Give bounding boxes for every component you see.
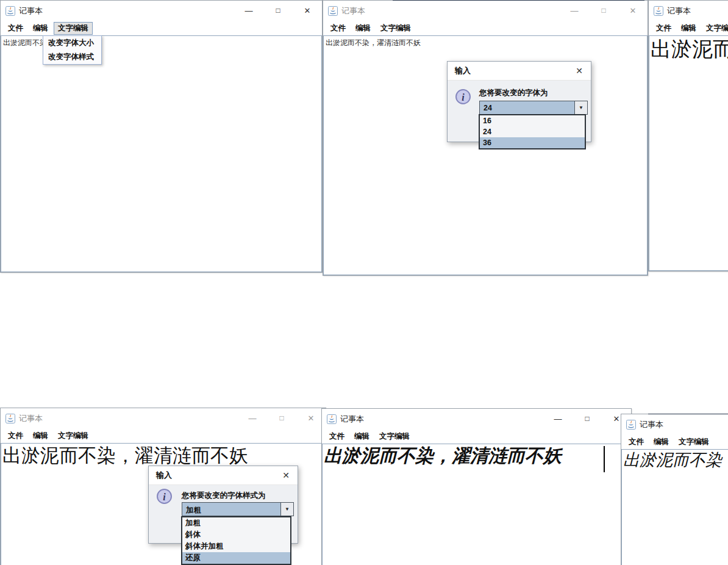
menu-text-edit[interactable]: 文字编辑 <box>674 436 713 448</box>
font-size-combobox[interactable]: 24 ▼ <box>479 101 588 115</box>
dialog-close-button[interactable]: ✕ <box>576 66 583 76</box>
combobox-value: 24 <box>480 101 574 114</box>
menu-item-change-font-style[interactable]: 改变字体样式 <box>43 50 101 64</box>
document-text: 出淤泥而 <box>649 36 728 61</box>
font-style-combobox[interactable]: 加粗 ▼ <box>182 502 294 516</box>
font-style-option-list: 加粗 斜体 斜体并加粗 还原 <box>181 516 291 565</box>
close-button[interactable]: ✕ <box>293 1 322 21</box>
menu-file[interactable]: 文件 <box>624 436 648 448</box>
dialog-label: 您将要改变的字体样式为 <box>182 491 266 501</box>
menu-text-edit[interactable]: 文字编辑 <box>376 22 415 35</box>
info-icon: i <box>157 489 172 504</box>
maximize-button[interactable]: □ <box>573 409 602 429</box>
java-app-icon[interactable] <box>5 5 15 16</box>
font-size-option[interactable]: 24 <box>480 126 585 137</box>
font-style-option[interactable]: 斜体 <box>182 529 290 541</box>
font-style-option-selected[interactable]: 还原 <box>182 552 290 564</box>
document-area[interactable]: 出淤泥而不染，濯清涟而不妖 <box>322 444 631 565</box>
maximize-button[interactable]: □ <box>263 1 293 21</box>
chevron-down-icon[interactable]: ▼ <box>574 101 587 114</box>
menubar: 文件 编辑 文字编辑 <box>621 434 728 449</box>
java-app-icon[interactable] <box>653 5 663 16</box>
window-title: 记事本 <box>341 5 365 16</box>
menubar: 文件 编辑 文字编辑 <box>322 429 631 444</box>
window-title: 记事本 <box>667 5 691 16</box>
titlebar[interactable]: 记事本 — □ ✕ <box>1 408 326 428</box>
document-area[interactable]: 出淤泥而不染， <box>1 35 322 272</box>
titlebar[interactable]: 记事本 — □ ✕ <box>323 1 648 21</box>
menu-edit[interactable]: 编辑 <box>649 436 673 448</box>
window-title: 记事本 <box>640 419 663 430</box>
window-title: 记事本 <box>19 5 43 16</box>
combobox-value: 加粗 <box>182 503 280 516</box>
font-size-option[interactable]: 16 <box>480 115 585 126</box>
info-icon: i <box>455 89 471 104</box>
document-text: 出淤泥而不染，濯清涟而不妖 <box>324 36 647 48</box>
menubar: 文件 编辑 文字编辑 <box>649 21 728 35</box>
window-title: 记事本 <box>340 414 364 425</box>
menu-file[interactable]: 文件 <box>4 430 27 442</box>
close-button[interactable]: ✕ <box>618 1 648 21</box>
menu-edit[interactable]: 编辑 <box>29 22 52 35</box>
maximize-button[interactable]: □ <box>589 1 618 21</box>
text-edit-dropdown-menu: 改变字体大小 改变字体样式 <box>43 35 102 65</box>
menubar: 文件 编辑 文字编辑 <box>323 21 648 35</box>
desktop: 记事本 — □ ✕ 文件 编辑 文字编辑 出淤泥而不染， 记事本 — □ ✕ <box>0 0 728 565</box>
dialog-close-button[interactable]: ✕ <box>282 470 290 480</box>
font-style-option[interactable]: 加粗 <box>182 517 290 529</box>
dialog-titlebar[interactable]: 输入 ✕ <box>149 466 298 485</box>
menu-edit[interactable]: 编辑 <box>350 430 374 443</box>
minimize-button[interactable]: — <box>560 1 589 21</box>
minimize-button[interactable]: — <box>238 408 267 428</box>
java-app-icon[interactable] <box>327 5 338 16</box>
dialog-title: 输入 <box>156 470 172 481</box>
dialog-label: 您将要改变的字体为 <box>479 88 548 98</box>
menu-file[interactable]: 文件 <box>652 22 676 35</box>
titlebar[interactable]: 记事本 — □ ✕ <box>1 1 322 21</box>
dialog-title: 输入 <box>455 65 471 76</box>
menubar: 文件 编辑 文字编辑 <box>1 21 322 35</box>
menu-file[interactable]: 文件 <box>326 22 350 35</box>
window-notepad-top-right: 记事本 — □ ✕ 文件 编辑 文字编辑 出淤泥而 <box>648 0 728 272</box>
menu-text-edit[interactable]: 文字编辑 <box>375 430 414 443</box>
titlebar[interactable]: 记事本 — □ ✕ <box>322 409 631 429</box>
menu-text-edit[interactable]: 文字编辑 <box>54 430 93 442</box>
window-notepad-bottom-right: 记事本 — □ ✕ 文件 编辑 文字编辑 出淤泥而不染 <box>621 414 728 565</box>
document-area[interactable]: 出淤泥而不染 <box>621 449 728 565</box>
titlebar[interactable]: 记事本 — □ ✕ <box>621 414 728 434</box>
document-text: 出淤泥而不染，濯清涟而不妖 <box>1 444 325 467</box>
text-caret <box>604 446 605 472</box>
minimize-button[interactable]: — <box>543 409 573 429</box>
menubar: 文件 编辑 文字编辑 <box>1 428 326 443</box>
chevron-down-icon[interactable]: ▼ <box>280 503 293 516</box>
menu-edit[interactable]: 编辑 <box>677 22 701 35</box>
menu-text-edit[interactable]: 文字编辑 <box>54 22 93 35</box>
window-notepad-bottom-middle: 记事本 — □ ✕ 文件 编辑 文字编辑 出淤泥而不染，濯清涟而不妖 <box>321 408 632 565</box>
font-size-option-selected[interactable]: 36 <box>480 137 585 148</box>
menu-edit[interactable]: 编辑 <box>351 22 375 35</box>
document-area[interactable]: 出淤泥而 <box>649 35 728 271</box>
menu-file[interactable]: 文件 <box>325 430 349 443</box>
font-size-option-list: 16 24 36 <box>479 114 586 149</box>
java-app-icon[interactable] <box>5 413 15 423</box>
menu-edit[interactable]: 编辑 <box>29 430 52 442</box>
dialog-titlebar[interactable]: 输入 ✕ <box>448 62 591 81</box>
font-style-option[interactable]: 斜体并加粗 <box>182 541 290 552</box>
window-title: 记事本 <box>19 413 43 424</box>
document-text: 出淤泥而不染 <box>622 450 728 470</box>
menu-item-change-font-size[interactable]: 改变字体大小 <box>43 36 101 50</box>
maximize-button[interactable]: □ <box>267 408 296 428</box>
minimize-button[interactable]: — <box>234 1 263 21</box>
document-text: 出淤泥而不染，濯清涟而不妖 <box>323 444 630 467</box>
menu-file[interactable]: 文件 <box>4 22 27 35</box>
menu-text-edit[interactable]: 文字编辑 <box>702 22 728 35</box>
java-app-icon[interactable] <box>326 414 337 424</box>
java-app-icon[interactable] <box>626 419 636 430</box>
titlebar[interactable]: 记事本 — □ ✕ <box>649 1 728 21</box>
